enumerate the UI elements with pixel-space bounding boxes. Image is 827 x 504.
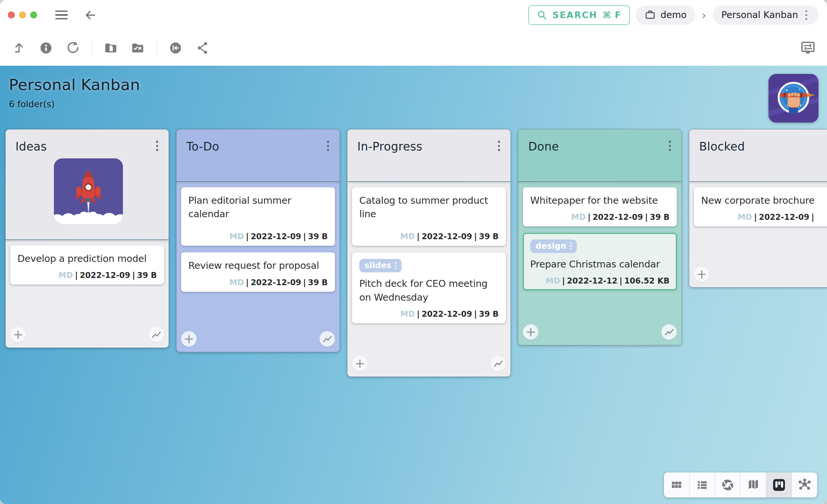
card-title: Pitch deck for CEO meeting on Wednesday [359, 277, 499, 304]
column-divider [6, 240, 168, 240]
add-card-button[interactable] [352, 356, 368, 371]
file-date: 2022-12-09 [80, 271, 131, 280]
activity-chart-button[interactable] [490, 356, 506, 371]
graph-view-button[interactable] [792, 472, 817, 497]
display-settings-icon[interactable] [799, 39, 817, 57]
card-title: Whitepaper for the website [530, 194, 670, 207]
folder-tasks-icon[interactable] [129, 39, 147, 57]
info-icon[interactable] [37, 39, 55, 57]
card-title: Review request for proposal [188, 259, 328, 272]
column-divider [177, 181, 340, 182]
card[interactable]: Catalog to summer product line MD|2022-1… [352, 187, 506, 246]
breadcrumb-separator: › [701, 8, 707, 22]
activity-chart-button[interactable] [149, 327, 164, 342]
gallery-view-button[interactable] [715, 472, 741, 497]
search-button[interactable]: SEARCH ⌘ F [528, 5, 630, 25]
view-switcher [664, 472, 817, 497]
card-meta: MD|2022-12-09|39 B [359, 232, 499, 241]
column-ideas: Ideas [5, 129, 169, 348]
toolbar-divider [157, 39, 157, 57]
briefcase-icon [644, 9, 656, 21]
column-in-progress: In-Progress Catalog to summer product li… [347, 129, 511, 377]
card-meta: MD|2022-12-09|39 B [530, 213, 670, 222]
card-title: Catalog to summer product line [359, 194, 499, 221]
card-title: Plan editorial summer calendar [188, 194, 328, 221]
card[interactable]: Review request for proposal MD|2022-12-0… [181, 252, 335, 291]
card-selected[interactable]: design Prepare Christmas calendar MD|202… [523, 233, 677, 290]
map-view-button[interactable] [740, 472, 766, 497]
grid-view-button[interactable] [664, 472, 690, 497]
tag-chip[interactable]: design [530, 240, 577, 253]
content-area: Personal Kanban 6 folder(s) [0, 66, 827, 504]
column-blocked: Blocked New corporate brochure MD|2022-1… [689, 129, 827, 288]
current-page-label: Personal Kanban [722, 9, 798, 20]
kanban-board: Ideas [5, 129, 827, 377]
workspace-label: demo [661, 9, 687, 20]
card-meta: MD|2022-12-09|39 B [359, 309, 499, 319]
share-icon[interactable] [193, 39, 212, 57]
column-menu-icon[interactable] [153, 137, 162, 154]
column-title: In-Progress [357, 137, 422, 153]
current-page-pill[interactable]: Personal Kanban [713, 6, 819, 24]
upload-icon[interactable] [10, 39, 28, 57]
activity-chart-button[interactable] [661, 324, 677, 340]
column-title: Blocked [699, 137, 745, 153]
toolbar-divider [92, 39, 92, 57]
search-icon [537, 10, 547, 20]
tag-menu-icon[interactable] [395, 262, 397, 269]
rocket-cover-image [54, 158, 123, 224]
add-card-button[interactable] [523, 324, 538, 340]
list-view-button[interactable] [690, 472, 715, 497]
kanban-view-button[interactable] [766, 472, 792, 497]
add-card-button[interactable] [181, 331, 197, 347]
add-card-button[interactable] [694, 266, 709, 282]
card-meta: MD|2022-12-09|39 B [188, 232, 328, 241]
column-done: Done Whitepaper for the website MD|2022-… [518, 129, 682, 345]
column-todo: To-Do Plan editorial summer calendar MD|… [176, 129, 340, 352]
column-divider [518, 181, 681, 182]
workspace-pill[interactable]: demo [636, 6, 695, 24]
card-meta: MD|2022-12-09|39 B [188, 278, 328, 287]
column-divider [347, 181, 510, 182]
column-divider [689, 181, 827, 182]
card-title: New corporate brochure [701, 194, 827, 207]
column-menu-icon[interactable] [666, 137, 675, 154]
column-title: To-Do [186, 137, 219, 153]
activity-chart-button[interactable] [320, 331, 335, 347]
page-menu-icon[interactable] [803, 8, 810, 22]
refresh-icon[interactable] [64, 39, 82, 57]
close-window-button[interactable] [8, 11, 15, 18]
back-icon[interactable] [84, 8, 98, 22]
card[interactable]: Plan editorial summer calendar MD|2022-1… [181, 187, 335, 246]
folder-count: 6 folder(s) [9, 99, 827, 109]
card-meta: MD|2022-12-12|106.52 KB [530, 276, 670, 286]
folder-document-icon[interactable] [102, 39, 120, 57]
search-shortcut: ⌘ F [603, 10, 621, 20]
collapse-left-icon[interactable] [166, 39, 185, 57]
zoom-window-button[interactable] [30, 11, 37, 18]
page-title: Personal Kanban [9, 75, 827, 94]
app-window: SEARCH ⌘ F demo › Personal Kanban [0, 0, 827, 504]
column-menu-icon[interactable] [324, 137, 333, 154]
card-title: Prepare Christmas calendar [530, 258, 670, 271]
file-type: MD [58, 271, 73, 280]
toolbar [0, 30, 827, 66]
tag-chip[interactable]: slides [359, 259, 402, 272]
file-size: 39 B [137, 271, 157, 280]
column-title: Done [528, 137, 559, 153]
titlebar: SEARCH ⌘ F demo › Personal Kanban [0, 0, 827, 30]
card-title: Develop a prediction model [17, 252, 157, 265]
menu-icon[interactable] [55, 10, 68, 20]
add-card-button[interactable] [10, 327, 26, 342]
column-menu-icon[interactable] [495, 137, 503, 154]
card[interactable]: New corporate brochure MD|2022-12-09| [694, 187, 827, 226]
card-meta: MD|2022-12-09|39 B [17, 271, 157, 280]
minimize-window-button[interactable] [19, 11, 26, 18]
card-meta: MD|2022-12-09| [701, 213, 827, 222]
tag-menu-icon[interactable] [570, 243, 572, 250]
column-title: Ideas [15, 137, 47, 153]
card[interactable]: Whitepaper for the website MD|2022-12-09… [523, 187, 677, 226]
page-header: Personal Kanban 6 folder(s) [0, 66, 827, 109]
card[interactable]: Develop a prediction model MD|2022-12-09… [10, 245, 164, 285]
card[interactable]: slides Pitch deck for CEO meeting on Wed… [352, 252, 506, 323]
